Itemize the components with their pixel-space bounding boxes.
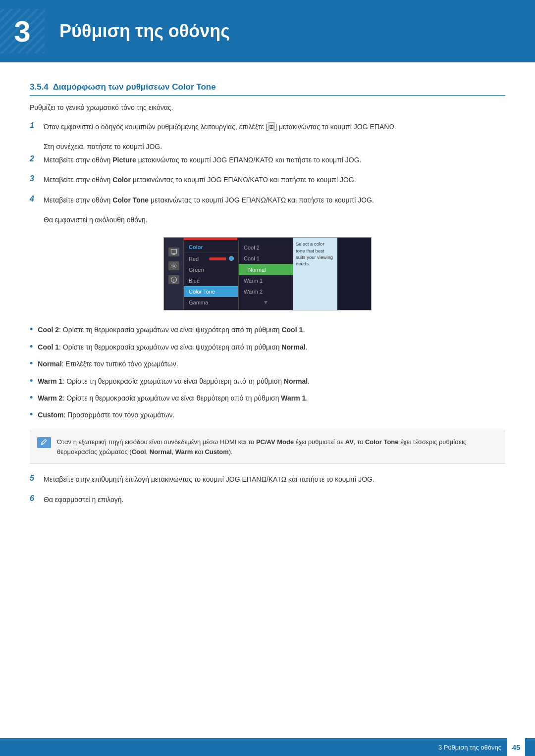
footer-page-number: 45 <box>507 738 525 756</box>
footer-chapter-text: 3 Ρύθμιση της οθόνης <box>438 744 501 751</box>
bullet-cool2: • Cool 2: Ορίστε τη θερμοκρασία χρωμάτων… <box>30 324 505 335</box>
bullet-dot: • <box>30 342 33 351</box>
bullet-warm2-text: Warm 2: Ορίστε η θερμοκρασία χρωμάτων να… <box>38 393 308 403</box>
bullet-warm2: • Warm 2: Ορίστε η θερμοκρασία χρωμάτων … <box>30 393 505 403</box>
step-3-text: Μεταβείτε στην οθόνη Color μετακινώντας … <box>44 174 356 185</box>
monitor-tooltip: Select a color tone that best suits your… <box>293 238 337 310</box>
section-heading: 3.5.4 Διαμόρφωση των ρυθμίσεων Color Ton… <box>30 82 505 96</box>
settings-icon <box>168 261 179 270</box>
svg-rect-1 <box>172 254 174 254</box>
bullet-dot: • <box>30 325 33 334</box>
bullet-cool1: • Cool 1: Ορίστε τη θερμοκρασία χρωμάτων… <box>30 342 505 353</box>
steps-list-cont: 5 Μεταβείτε στην επιθυμητή επιλογή μετακ… <box>30 474 505 505</box>
bullet-custom-text: Custom: Προσαρμόστε τον τόνο χρωμάτων. <box>38 409 174 420</box>
step-6-num: 6 <box>30 494 44 503</box>
submenu-warm1: Warm 1 <box>239 275 293 286</box>
menu-item-red: Red <box>184 253 238 264</box>
step-1-subtext: Στη συνέχεια, πατήστε το κουμπί JOG. <box>44 141 505 152</box>
steps-list: 1 Όταν εμφανιστεί ο οδηγός κουμπιών ρυθμ… <box>30 121 505 225</box>
chapter-number: 3 <box>14 14 30 49</box>
svg-text:i: i <box>173 279 174 282</box>
submenu-cool1: Cool 1 <box>239 253 293 264</box>
svg-point-3 <box>172 265 174 267</box>
menu-item-colortone: Color Tone <box>184 286 238 297</box>
monitor-menu: Color Red Green Blue Color Tone Gamma <box>184 240 238 310</box>
step-5: 5 Μεταβείτε στην επιθυμητή επιλογή μετακ… <box>30 474 505 485</box>
bullet-cool1-text: Cool 1: Ορίστε τη θερμοκρασία χρωμάτων ν… <box>38 342 307 353</box>
submenu-cool2: Cool 2 <box>239 242 293 253</box>
bullet-dot: • <box>30 393 33 402</box>
submenu-normal: Normal <box>239 264 293 275</box>
step-5-text: Μεταβείτε στην επιθυμητή επιλογή μετακιν… <box>44 474 374 485</box>
step-4: 4 Μεταβείτε στην οθόνη Color Tone μετακι… <box>30 195 505 205</box>
step-1: 1 Όταν εμφανιστεί ο οδηγός κουμπιών ρυθμ… <box>30 121 505 132</box>
step-4-subtext: Θα εμφανιστεί η ακόλουθη οθόνη. <box>44 214 505 225</box>
submenu-warm2: Warm 2 <box>239 286 293 297</box>
step-1-num: 1 <box>30 121 44 130</box>
submenu-arrow-down: ▾ <box>239 297 293 307</box>
step-4-num: 4 <box>30 195 44 203</box>
pencil-icon <box>40 439 48 447</box>
svg-rect-2 <box>172 254 175 255</box>
step-6-text: Θα εφαρμοστεί η επιλογή. <box>44 494 123 505</box>
chapter-title: Ρύθμιση της οθόνης <box>59 21 230 42</box>
monitor-diagram: i Color Red Green Blue Color Tone Gamma <box>30 237 505 310</box>
bullet-warm1: • Warm 1: Ορίστε τη θερμοκρασία χρωμάτων… <box>30 376 505 387</box>
bullet-dot: • <box>30 359 33 368</box>
menu-item-gamma: Gamma <box>184 297 238 308</box>
monitor-image: i Color Red Green Blue Color Tone Gamma <box>163 237 372 310</box>
bullet-dot: • <box>30 410 33 419</box>
step-3-num: 3 <box>30 174 44 183</box>
note-icon <box>37 437 51 448</box>
bullet-list: • Cool 2: Ορίστε τη θερμοκρασία χρωμάτων… <box>30 324 505 420</box>
page-header: 3 Ρύθμιση της οθόνης <box>0 0 535 62</box>
page-footer: 3 Ρύθμιση της οθόνης 45 <box>0 738 535 756</box>
intro-text: Ρυθμίζει το γενικό χρωματικό τόνο της ει… <box>30 103 505 111</box>
svg-rect-0 <box>171 250 176 253</box>
step-2-num: 2 <box>30 154 44 163</box>
page-content: 3.5.4 Διαμόρφωση των ρυθμίσεων Color Ton… <box>0 82 535 545</box>
bullet-normal-text: Normal: Επιλέξτε τον τυπικό τόνο χρωμάτω… <box>38 358 178 369</box>
info-icon: i <box>168 275 179 284</box>
monitor-sidebar: i <box>164 238 184 310</box>
note-text: Όταν η εξωτερική πηγή εισόδου είναι συνδ… <box>57 437 498 458</box>
note-box: Όταν η εξωτερική πηγή εισόδου είναι συνδ… <box>30 431 505 464</box>
chapter-number-box: 3 <box>0 9 45 53</box>
menu-item-green: Green <box>184 264 238 275</box>
gear-icon <box>170 262 177 269</box>
step-3: 3 Μεταβείτε στην οθόνη Color μετακινώντα… <box>30 174 505 185</box>
bullet-custom: • Custom: Προσαρμόστε τον τόνο χρωμάτων. <box>30 409 505 420</box>
step-4-text: Μεταβείτε στην οθόνη Color Tone μετακινώ… <box>44 195 374 205</box>
step-2: 2 Μεταβείτε στην οθόνη Picture μετακινών… <box>30 154 505 165</box>
monitor-icon <box>168 248 179 256</box>
info-circle-icon: i <box>170 276 177 283</box>
bullet-normal: • Normal: Επιλέξτε τον τυπικό τόνο χρωμά… <box>30 358 505 369</box>
bullet-dot: • <box>30 376 33 385</box>
red-bar <box>184 238 237 240</box>
display-icon <box>170 249 177 255</box>
bullet-warm1-text: Warm 1: Ορίστε τη θερμοκρασία χρωμάτων ν… <box>38 376 310 387</box>
step-6: 6 Θα εφαρμοστεί η επιλογή. <box>30 494 505 505</box>
step-5-num: 5 <box>30 474 44 483</box>
bullet-cool2-text: Cool 2: Ορίστε τη θερμοκρασία χρωμάτων ν… <box>38 324 305 335</box>
step-1-text: Όταν εμφανιστεί ο οδηγός κουμπιών ρυθμιζ… <box>44 122 396 131</box>
menu-item-blue: Blue <box>184 275 238 286</box>
menu-header: Color <box>184 242 238 252</box>
monitor-submenu: Cool 2 Cool 1 Normal Warm 1 Warm 2 ▾ <box>238 240 293 310</box>
step-2-text: Μεταβείτε στην οθόνη Picture μετακινώντα… <box>44 154 361 165</box>
